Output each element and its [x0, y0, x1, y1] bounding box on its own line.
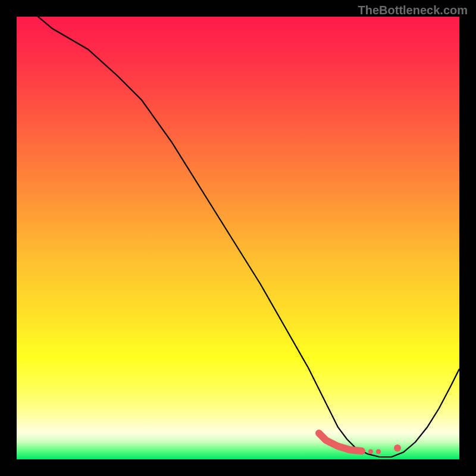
bottleneck-curve	[17, 17, 459, 457]
svg-point-1	[376, 449, 381, 454]
highlight-dots	[319, 433, 401, 454]
watermark-text: TheBottleneck.com	[358, 4, 468, 17]
svg-point-2	[394, 444, 401, 452]
chart-area	[17, 17, 459, 459]
chart-svg	[17, 17, 459, 459]
svg-point-0	[368, 449, 373, 454]
